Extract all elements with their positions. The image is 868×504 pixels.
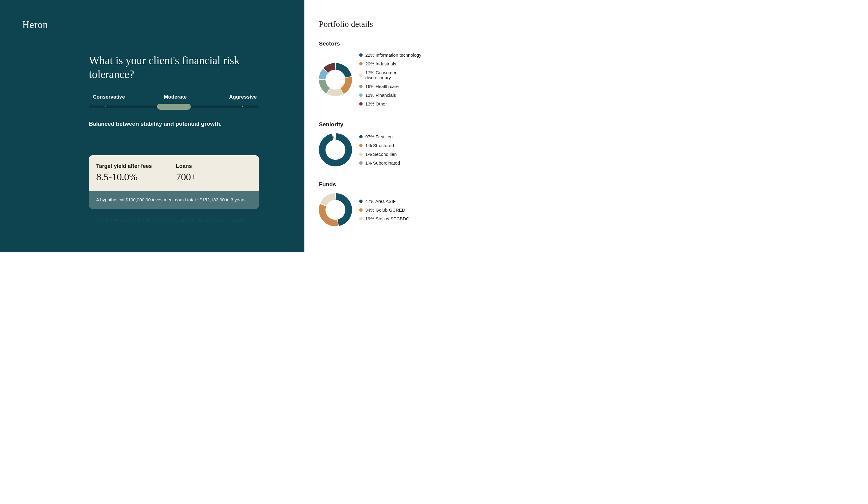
- legend-item: 34% Golub GCRED: [359, 207, 423, 213]
- slider-tick: [105, 106, 105, 107]
- legend-item: 20% Industrials: [359, 61, 423, 66]
- left-panel: Heron What is your client's financial ri…: [0, 0, 304, 252]
- stat-yield-value: 8.5-10.0%: [96, 171, 152, 183]
- slider-label-conservative: Conservative: [93, 94, 125, 100]
- stat-loans-label: Loans: [176, 163, 196, 169]
- legend-label: 16% Health care: [365, 84, 399, 89]
- section-seniority: Seniority97% First lien1% Structured1% S…: [319, 121, 423, 174]
- section-body-seniority: 97% First lien1% Structured1% Second lie…: [319, 133, 423, 166]
- stats-card-bottom: A hypothetical $100,000.00 investment co…: [89, 191, 259, 209]
- legend-sectors: 22% Information technology20% Industrial…: [359, 52, 423, 106]
- legend-label: 22% Information technology: [365, 52, 421, 58]
- legend-item: 16% Health care: [359, 84, 423, 89]
- stat-loans: Loans 700+: [176, 163, 196, 183]
- legend-item: 22% Information technology: [359, 52, 423, 58]
- legend-label: 47% Ares ASIF: [365, 199, 396, 204]
- slider-label-aggressive: Aggressive: [229, 94, 257, 100]
- stats-card: Target yield after fees 8.5-10.0% Loans …: [89, 155, 259, 209]
- legend-swatch: [359, 217, 363, 220]
- section-title-funds: Funds: [319, 181, 423, 188]
- donut-chart-seniority: [319, 133, 352, 166]
- logo: Heron: [22, 19, 48, 30]
- legend-funds: 47% Ares ASIF34% Golub GCRED19% Stellus …: [359, 199, 423, 221]
- legend-swatch: [359, 144, 363, 147]
- section-body-sectors: 22% Information technology20% Industrial…: [319, 52, 423, 106]
- section-funds: Funds47% Ares ASIF34% Golub GCRED19% Ste…: [319, 181, 423, 234]
- risk-slider[interactable]: Conservative Moderate Aggressive: [89, 94, 259, 108]
- legend-item: 97% First lien: [359, 134, 423, 139]
- legend-label: 20% Industrials: [365, 61, 396, 66]
- legend-label: 17% Consumer discretionary: [365, 70, 423, 80]
- slider-thumb[interactable]: [157, 104, 191, 110]
- portfolio-details-title: Portfolio details: [319, 19, 423, 29]
- legend-swatch: [359, 153, 363, 156]
- stat-loans-value: 700+: [176, 171, 196, 183]
- legend-label: 19% Stellus SPCBDC: [365, 216, 409, 221]
- slider-description: Balanced between stability and potential…: [89, 121, 221, 127]
- legend-swatch: [359, 135, 363, 138]
- legend-swatch: [359, 161, 363, 165]
- legend-item: 13% Other: [359, 101, 423, 106]
- legend-item: 1% Second lien: [359, 152, 423, 157]
- slider-labels: Conservative Moderate Aggressive: [89, 94, 259, 100]
- legend-swatch: [359, 199, 363, 203]
- section-title-seniority: Seniority: [319, 121, 423, 128]
- donut-chart-funds: [319, 193, 352, 226]
- legend-label: 13% Other: [365, 101, 387, 106]
- legend-swatch: [359, 53, 363, 56]
- ghost-text: A hypothetical $100,000.00 investment co…: [96, 218, 247, 223]
- question-heading: What is your client's financial risk tol…: [89, 54, 261, 82]
- app-root: Heron What is your client's financial ri…: [0, 0, 434, 252]
- section-title-sectors: Sectors: [319, 40, 423, 47]
- legend-swatch: [359, 93, 363, 97]
- legend-label: 1% Structured: [365, 143, 394, 148]
- legend-item: 1% Subordinated: [359, 161, 423, 165]
- legend-swatch: [359, 62, 363, 65]
- legend-label: 1% Second lien: [365, 152, 397, 157]
- section-sectors: Sectors22% Information technology20% Ind…: [319, 40, 423, 114]
- legend-label: 97% First lien: [365, 134, 393, 139]
- stat-yield-label: Target yield after fees: [96, 163, 152, 169]
- donut-chart-sectors: [319, 63, 352, 96]
- legend-item: 1% Structured: [359, 143, 423, 148]
- slider-label-moderate: Moderate: [164, 94, 187, 100]
- legend-swatch: [359, 74, 363, 77]
- slider-track[interactable]: [89, 105, 259, 108]
- legend-label: 34% Golub GCRED: [365, 207, 405, 213]
- legend-item: 12% Financials: [359, 93, 423, 98]
- legend-swatch: [359, 85, 363, 88]
- stat-yield: Target yield after fees 8.5-10.0%: [96, 163, 152, 183]
- legend-seniority: 97% First lien1% Structured1% Second lie…: [359, 134, 423, 165]
- legend-swatch: [359, 208, 363, 212]
- stats-card-top: Target yield after fees 8.5-10.0% Loans …: [89, 155, 259, 191]
- legend-item: 47% Ares ASIF: [359, 199, 423, 204]
- legend-item: 19% Stellus SPCBDC: [359, 216, 423, 221]
- legend-label: 12% Financials: [365, 93, 396, 98]
- section-body-funds: 47% Ares ASIF34% Golub GCRED19% Stellus …: [319, 193, 423, 226]
- legend-label: 1% Subordinated: [365, 161, 400, 165]
- slider-tick: [242, 106, 243, 107]
- legend-swatch: [359, 102, 363, 105]
- legend-item: 17% Consumer discretionary: [359, 70, 423, 80]
- right-panel: Portfolio details Sectors22% Information…: [304, 0, 434, 252]
